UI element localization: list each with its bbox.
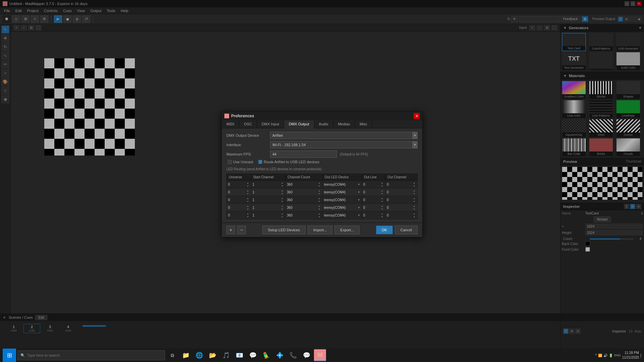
cell-out-led-device-0[interactable]: teensy(COM4) ▼ (322, 181, 362, 188)
cell-start-channel-4[interactable]: 1 ▲ ▼ (251, 212, 285, 219)
checkbox-row: Use Unicast Route ArtNet to USB LED devi… (226, 160, 418, 164)
taskbar-edge[interactable]: 🌐 (193, 349, 205, 361)
fps-input[interactable] (270, 150, 337, 158)
remove-row-btn[interactable]: − (237, 226, 246, 234)
table-header-row: Universe Start Channel Channel Count Out… (227, 174, 418, 181)
route-artnet-label[interactable]: Route ArtNet to USB LED devices (258, 160, 319, 164)
taskbar-music[interactable]: 🎵 (220, 349, 232, 361)
taskbar-madmapper[interactable]: M (314, 349, 326, 361)
taskbar-explorer[interactable]: 📁 (180, 349, 192, 361)
route-artnet-text: Route ArtNet to USB LED devices (264, 160, 319, 164)
cell-channel-count-0[interactable]: 360 ▲ ▼ (285, 181, 322, 188)
use-unicast-checkbox[interactable] (228, 160, 232, 164)
cell-out-line-4[interactable]: 0 ▲ ▼ (362, 212, 385, 219)
ok-btn[interactable]: OK (376, 226, 393, 234)
use-unicast-text: Use Unicast (233, 160, 253, 164)
dmx-device-row: DMX Output Device ArtNet ▼ (226, 132, 418, 139)
cell-out-line-3[interactable]: 0 ▲ ▼ (362, 204, 385, 212)
led-routing-header: LED Routing (send ArtNet to LED devices … (226, 167, 418, 172)
table-row: 0 ▲ ▼ 1 ▲ ▼ 360 (227, 212, 418, 219)
setup-led-devices-btn[interactable]: Setup LED Devices (262, 226, 306, 234)
cell-out-led-device-4[interactable]: teensy(COM4) ▼ (322, 212, 362, 219)
start-button[interactable]: ⊞ (3, 349, 16, 362)
dialog-icon (224, 114, 229, 118)
th-start-channel: Start Channel (251, 174, 285, 181)
dmx-device-select[interactable]: ArtNet (270, 132, 418, 139)
footer-left: + − (226, 226, 246, 234)
tab-medias[interactable]: Medias (333, 120, 355, 128)
taskbar-phone[interactable]: 📞 (287, 349, 299, 361)
fps-hint: (Default is 44 FPS) (340, 153, 368, 156)
search-bar[interactable]: 🔍 (17, 350, 165, 360)
cell-channel-count-3[interactable]: 360 ▲ ▼ (285, 204, 322, 212)
taskbar-icon7[interactable]: 🦜 (260, 349, 272, 361)
route-artnet-checkbox[interactable] (258, 160, 262, 164)
cell-start-channel-3[interactable]: 1 ▲ ▼ (251, 204, 285, 212)
tray-lang: ENG (614, 354, 621, 357)
table-row: 0 ▲ ▼ 1 ▲ ▼ 360 (227, 196, 418, 204)
cell-out-channel-0[interactable]: 0 ▲ ▼ (385, 181, 418, 188)
taskbar-skype[interactable]: 💬 (301, 349, 313, 361)
dialog-footer: + − Setup LED Devices Import... Export..… (222, 223, 422, 237)
tab-misc[interactable]: Misc (355, 120, 372, 128)
add-row-btn[interactable]: + (226, 226, 235, 234)
clock-time: 11:28 PM (622, 351, 639, 355)
cell-channel-count-4[interactable]: 360 ▲ ▼ (285, 212, 322, 219)
fps-row: Maximum FPS: (Default is 44 FPS) (226, 150, 418, 158)
cell-out-line-2[interactable]: 0 ▲ ▼ (362, 196, 385, 204)
clock[interactable]: 11:28 PM 11/21/2020 (622, 351, 639, 360)
cell-out-channel-2[interactable]: 0 ▲ ▼ (385, 196, 418, 204)
export-btn[interactable]: Export... (334, 226, 360, 234)
import-btn[interactable]: Import... (308, 226, 332, 234)
tab-audio[interactable]: Audio (314, 120, 333, 128)
tray-arrow[interactable]: ^ (595, 353, 597, 358)
cell-out-led-device-1[interactable]: teensy(COM4) ▼ (322, 188, 362, 196)
cell-universe-4[interactable]: 0 ▲ ▼ (227, 212, 251, 219)
show-desktop-btn[interactable]: | (640, 353, 641, 358)
tab-osc[interactable]: OSC (239, 120, 257, 128)
tab-dmx-output[interactable]: DMX Output (284, 120, 314, 128)
dialog-overlay: Preferences ✕ MIDI OSC DMX Input DMX Out… (0, 0, 644, 349)
cell-universe-1[interactable]: 0 ▲ ▼ (227, 188, 251, 196)
cell-start-channel-0[interactable]: 1 ▲ ▼ (251, 181, 285, 188)
tab-midi[interactable]: MIDI (222, 120, 239, 128)
cell-out-channel-3[interactable]: 0 ▲ ▼ (385, 204, 418, 212)
table-row: 0 ▲ ▼ 1 ▲ ▼ 360 (227, 181, 418, 188)
dialog-close-btn[interactable]: ✕ (414, 113, 420, 119)
cell-channel-count-1[interactable]: 360 ▲ ▼ (285, 188, 322, 196)
taskbar-mail[interactable]: 📧 (233, 349, 246, 361)
cell-out-line-0[interactable]: 0 ▲ ▼ (362, 181, 385, 188)
cell-out-line-1[interactable]: 0 ▲ ▼ (362, 188, 385, 196)
search-icon: 🔍 (20, 353, 25, 358)
taskbar-chat[interactable]: 💬 (247, 349, 259, 361)
cell-start-channel-1[interactable]: 1 ▲ ▼ (251, 188, 285, 196)
taskview-btn[interactable]: ⧉ (166, 349, 178, 361)
dialog-tabs: MIDI OSC DMX Input DMX Output Audio Medi… (222, 120, 422, 128)
interface-select-wrapper: Wi-Fi - 192.168.1.54 ▼ (270, 141, 418, 148)
tab-dmx-input[interactable]: DMX Input (257, 120, 284, 128)
footer-right: OK Cancel (376, 226, 418, 234)
tray-wifi: 📶 (598, 354, 602, 357)
cell-out-led-device-2[interactable]: teensy(COM4) ▼ (322, 196, 362, 204)
cell-out-channel-4[interactable]: 0 ▲ ▼ (385, 212, 418, 219)
cell-channel-count-2[interactable]: 360 ▲ ▼ (285, 196, 322, 204)
th-channel-count: Channel Count (285, 174, 322, 181)
search-input[interactable] (27, 353, 162, 357)
th-out-channel: Out Channel (385, 174, 418, 181)
th-out-line: Out Line (362, 174, 385, 181)
taskbar-files[interactable]: 📂 (207, 349, 219, 361)
taskbar: ⊞ 🔍 ⧉ 📁 🌐 📂 🎵 📧 💬 🦜 💠 📞 💬 M ^ 📶 🔊 🔋 ENG … (0, 349, 644, 362)
cancel-btn[interactable]: Cancel (395, 226, 418, 234)
use-unicast-label[interactable]: Use Unicast (228, 160, 253, 164)
cell-universe-0[interactable]: 0 ▲ ▼ (227, 181, 251, 188)
cell-universe-2[interactable]: 0 ▲ ▼ (227, 196, 251, 204)
cell-universe-3[interactable]: 0 ▲ ▼ (227, 204, 251, 212)
cell-out-channel-1[interactable]: 0 ▲ ▼ (385, 188, 418, 196)
led-table: Universe Start Channel Channel Count Out… (226, 174, 418, 219)
cell-out-led-device-3[interactable]: teensy(COM4) ▼ (322, 204, 362, 212)
cell-start-channel-2[interactable]: 1 ▲ ▼ (251, 196, 285, 204)
interface-select[interactable]: Wi-Fi - 192.168.1.54 (270, 141, 418, 148)
th-out-led-device: Out LED Device (322, 174, 362, 181)
tray-volume: 🔊 (603, 354, 607, 357)
taskbar-icon8[interactable]: 💠 (274, 349, 286, 361)
